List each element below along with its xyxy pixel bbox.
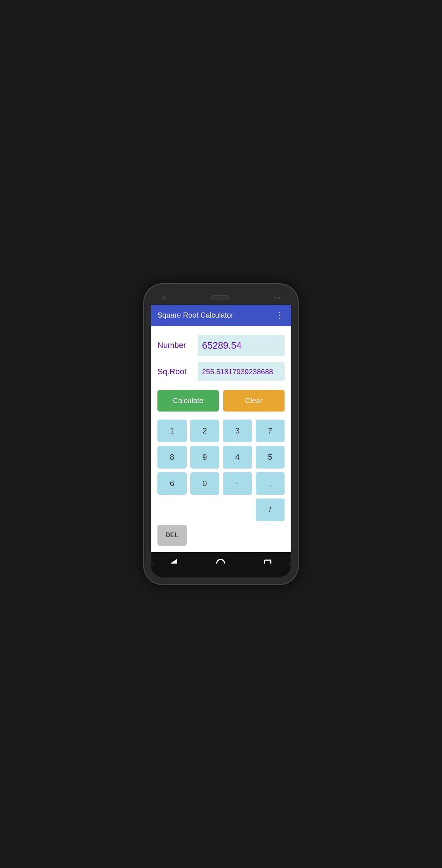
menu-icon[interactable]: ⋮ [276, 311, 285, 320]
key-9[interactable]: 9 [190, 446, 220, 469]
nav-home-button[interactable] [216, 559, 225, 564]
sensors [274, 297, 280, 299]
phone-screen: Square Root Calculator ⋮ Number 65289.54… [151, 305, 291, 564]
action-buttons-row: Calculate Clear [157, 390, 285, 412]
number-label: Number [157, 341, 198, 350]
sqroot-value: 255.51817939238688 [198, 362, 285, 381]
key-4[interactable]: 4 [223, 446, 252, 469]
speaker-grille [211, 295, 229, 300]
key-slash[interactable]: / [256, 499, 285, 521]
sqroot-field-row: Sq.Root 255.51817939238688 [157, 362, 285, 381]
clear-button[interactable]: Clear [223, 390, 285, 412]
key-minus[interactable]: - [223, 472, 252, 495]
keypad: 1 2 3 7 8 9 4 5 6 0 - . / DEL [157, 420, 285, 546]
sensor-dot-2 [278, 297, 280, 299]
sqroot-label: Sq.Root [157, 367, 198, 376]
phone-bottom-bar [151, 564, 291, 577]
number-field-row: Number 65289.54 [157, 335, 285, 356]
app-title: Square Root Calculator [157, 311, 233, 319]
key-8[interactable]: 8 [157, 446, 187, 469]
key-del[interactable]: DEL [157, 525, 187, 546]
spacer-2 [190, 499, 220, 521]
spacer-4 [190, 525, 220, 546]
nav-bar [151, 552, 291, 564]
key-6[interactable]: 6 [157, 472, 187, 495]
app-bar: Square Root Calculator ⋮ [151, 305, 291, 326]
key-3[interactable]: 3 [223, 420, 252, 442]
key-2[interactable]: 2 [190, 420, 220, 442]
phone-top-bar [151, 291, 291, 305]
key-7[interactable]: 7 [256, 420, 285, 442]
key-dot[interactable]: . [256, 472, 285, 495]
key-0[interactable]: 0 [190, 472, 220, 495]
front-camera [162, 296, 166, 300]
recents-icon [264, 560, 271, 564]
key-1[interactable]: 1 [157, 420, 187, 442]
spacer-3 [223, 499, 252, 521]
calculate-button[interactable]: Calculate [157, 390, 219, 412]
home-icon [216, 559, 225, 564]
number-value[interactable]: 65289.54 [198, 335, 285, 356]
sensor-dot-1 [274, 297, 277, 299]
back-icon [171, 559, 177, 564]
nav-back-button[interactable] [171, 559, 177, 564]
phone-device: Square Root Calculator ⋮ Number 65289.54… [144, 284, 298, 584]
key-5[interactable]: 5 [256, 446, 285, 469]
app-content: Number 65289.54 Sq.Root 255.518179392386… [151, 326, 291, 552]
spacer-1 [157, 499, 187, 521]
nav-recents-button[interactable] [264, 560, 271, 564]
